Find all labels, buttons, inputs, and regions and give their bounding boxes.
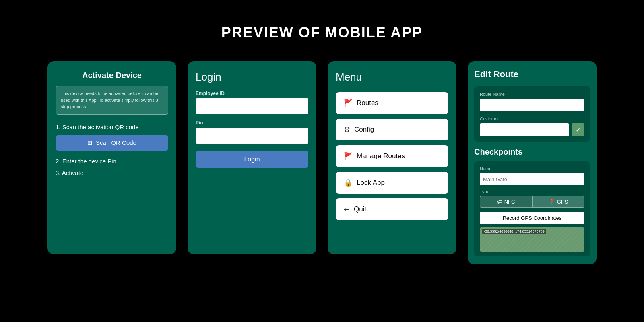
- manage-routes-icon: 🚩: [344, 152, 353, 161]
- quit-icon: ↩: [344, 205, 350, 214]
- routes-label: Routes: [357, 99, 378, 107]
- customer-row: ✓: [480, 123, 584, 136]
- pin-label: Pin: [196, 120, 308, 126]
- route-form-card: Route Name Customer ✓: [474, 86, 590, 142]
- route-name-label: Route Name: [480, 92, 584, 97]
- menu-manage-routes-button[interactable]: 🚩 Manage Routes: [336, 145, 448, 167]
- edit-route-title: Edit Route: [474, 69, 590, 80]
- cp-name-label: Name: [480, 166, 584, 171]
- employee-id-label: Employee ID: [196, 91, 308, 96]
- menu-config-button[interactable]: ⚙ Config: [336, 119, 448, 140]
- screens-container: Activate Device This device needs to be …: [31, 61, 613, 264]
- scan-qr-button[interactable]: ⊞ Scan QR Code: [56, 135, 168, 151]
- checkpoint-card: Name Type 🏷 NFC 📍 GPS Record GPS Coordin…: [474, 161, 590, 256]
- customer-label: Customer: [480, 116, 584, 121]
- quit-label: Quit: [354, 205, 366, 213]
- scan-button-label: Scan QR Code: [96, 139, 136, 146]
- routes-icon: 🚩: [344, 99, 353, 107]
- nfc-label: NFC: [504, 199, 515, 205]
- cp-name-input[interactable]: [480, 173, 584, 185]
- activate-device-screen: Activate Device This device needs to be …: [47, 61, 176, 254]
- gps-icon: 📍: [549, 199, 555, 205]
- map-preview: -36.3352/4636648, 174.83314678739: [480, 227, 584, 252]
- employee-id-input[interactable]: [196, 98, 308, 114]
- menu-screen: Menu 🚩 Routes ⚙ Config 🚩 Manage Routes 🔒…: [328, 61, 456, 254]
- type-selector: 🏷 NFC 📍 GPS: [480, 196, 584, 208]
- checkmark-icon: ✓: [576, 126, 581, 134]
- step1-text: 1. Scan the activation QR code: [56, 124, 168, 130]
- customer-confirm-button[interactable]: ✓: [572, 123, 584, 136]
- config-icon: ⚙: [344, 125, 350, 134]
- step2-text: 2. Enter the device Pin: [56, 158, 168, 165]
- menu-routes-button[interactable]: 🚩 Routes: [336, 92, 448, 114]
- manage-routes-label: Manage Routes: [357, 152, 405, 160]
- lock-icon: 🔒: [344, 178, 353, 187]
- nfc-icon: 🏷: [497, 199, 502, 205]
- checkpoints-title: Checkpoints: [474, 147, 590, 157]
- lock-label: Lock App: [357, 179, 385, 187]
- gps-button[interactable]: 📍 GPS: [532, 196, 584, 208]
- login-title: Login: [196, 71, 308, 83]
- page-title: PREVIEW OF MOBILE APP: [221, 24, 423, 41]
- config-label: Config: [354, 126, 374, 134]
- cp-type-label: Type: [480, 189, 584, 194]
- login-button[interactable]: Login: [196, 151, 308, 168]
- customer-input[interactable]: [480, 123, 569, 136]
- record-gps-button[interactable]: Record GPS Coordinates: [480, 212, 584, 224]
- pin-input[interactable]: [196, 128, 308, 144]
- edit-route-screen: Edit Route Route Name Customer ✓ Checkpo…: [468, 61, 597, 264]
- gps-label: GPS: [557, 199, 568, 205]
- menu-quit-button[interactable]: ↩ Quit: [336, 198, 448, 220]
- login-screen: Login Employee ID Pin Login: [188, 61, 316, 254]
- qr-icon: ⊞: [87, 139, 93, 147]
- nfc-button[interactable]: 🏷 NFC: [480, 196, 532, 208]
- menu-title: Menu: [336, 71, 448, 83]
- record-gps-label: Record GPS Coordinates: [503, 215, 562, 221]
- route-name-input[interactable]: [480, 99, 584, 111]
- step3-text: 3. Activate: [56, 169, 168, 176]
- menu-lock-button[interactable]: 🔒 Lock App: [336, 172, 448, 194]
- activate-title: Activate Device: [56, 71, 168, 80]
- activate-info: This device needs to be activated before…: [56, 86, 168, 115]
- map-coordinates: -36.3352/4636648, 174.83314678739: [482, 229, 546, 234]
